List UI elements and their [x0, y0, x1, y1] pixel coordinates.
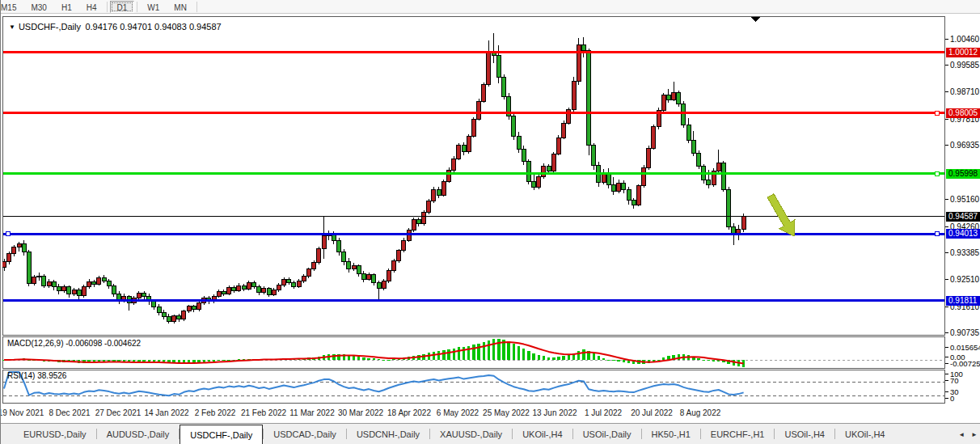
toolbar-separator: [137, 2, 137, 12]
date-label: 11 Mar 2022: [289, 408, 334, 417]
date-label: 8 Dec 2021: [49, 408, 90, 417]
timeframe-button-m15[interactable]: M15: [1, 1, 23, 13]
y-axis-tick: 0.98710: [945, 87, 979, 96]
rsi-indicator-pane[interactable]: [2, 370, 945, 404]
date-label: 21 Feb 2022: [241, 408, 286, 417]
timeframe-button-mn[interactable]: MN: [167, 1, 194, 13]
date-axis[interactable]: 19 Nov 20218 Dec 202127 Dec 202114 Jan 2…: [2, 404, 945, 423]
y-axis-tick: 0.90735: [945, 328, 979, 337]
date-label: 25 May 2022: [483, 408, 530, 417]
symbol-tab-bar: EURUSD-,DailyAUDUSD-,DailyUSDCHF-,DailyU…: [1, 423, 980, 444]
rsi-axis-tick: 0: [945, 394, 954, 402]
price-badge-0.95998: 0.95998: [946, 169, 980, 179]
chart-title: ▼USDCHF-,Daily 0.94176 0.94701 0.94083 0…: [9, 22, 222, 32]
date-label: 13 Jun 2022: [532, 408, 577, 417]
chart-tab-ukoil-h4[interactable]: UKOil-,H4: [513, 424, 572, 444]
chart-tab-hk50-h1[interactable]: HK50-,H1: [642, 424, 700, 444]
y-axis-tick: 0.96935: [945, 141, 979, 150]
chart-tab-usoil-daily[interactable]: USOil-,Daily: [573, 424, 641, 444]
hline-handle[interactable]: [935, 232, 939, 236]
hline-handle[interactable]: [935, 111, 939, 115]
toolbar-separator: [196, 2, 197, 12]
chart-tab-xauusd-daily[interactable]: XAUUSD-,Daily: [430, 424, 512, 444]
price-badge-0.94587: 0.94587: [946, 212, 980, 222]
tab-scroll-right-icon[interactable]: ►: [971, 431, 978, 438]
chart-title-ohlc: 0.94176 0.94701 0.94083 0.94587: [85, 22, 221, 32]
date-label: 27 Dec 2021: [95, 408, 142, 417]
y-axis-tick: 0.92510: [945, 275, 979, 284]
price-badge-0.94013: 0.94013: [946, 229, 980, 239]
y-axis-tick: 0.99585: [945, 61, 979, 70]
date-label: 14 Jan 2022: [144, 408, 188, 417]
date-label: 30 Mar 2022: [338, 408, 383, 417]
chart-tab-eurchf-h1[interactable]: EURCHF-,H1: [701, 424, 775, 444]
date-label: 8 Aug 2022: [680, 408, 721, 417]
tab-scroll-left-icon[interactable]: ◄: [958, 431, 965, 438]
date-label: 2 Feb 2022: [195, 408, 236, 417]
hline-handle[interactable]: [6, 232, 10, 236]
chart-tab-eurusd-daily[interactable]: EURUSD-,Daily: [14, 424, 96, 444]
timeframe-button-h4[interactable]: H4: [79, 1, 104, 13]
toolbar-separator: [107, 2, 108, 12]
timeframe-button-h1[interactable]: H1: [54, 1, 79, 13]
y-axis-tick: 0.95160: [945, 195, 979, 204]
macd-axis-tick: -0.007259: [945, 359, 980, 367]
chart-menu-triangle-icon[interactable]: ▼: [9, 23, 15, 31]
timeframe-button-d1[interactable]: D1: [110, 1, 135, 13]
chart-tab-usoil-h4[interactable]: USOil-,H4: [775, 424, 834, 444]
timeframe-button-w1[interactable]: W1: [140, 1, 167, 13]
date-label: 1 Jul 2022: [585, 408, 622, 417]
macd-indicator-pane[interactable]: [2, 336, 945, 369]
chart-tab-usdchf-daily[interactable]: USDCHF-,Daily: [180, 425, 263, 444]
y-axis-tick: 0.93385: [945, 248, 979, 257]
macd-label: MACD(12,26,9) -0.006098 -0.004622: [7, 339, 141, 348]
date-label: 20 Jul 2022: [631, 408, 673, 417]
rsi-label: RSI(14) 38.9526: [7, 371, 66, 380]
rsi-axis-tick: 70: [945, 376, 959, 384]
mt4-chart-window: M15M30H1H4D1W1MN ▼USDCHF-,Daily 0.94176 …: [0, 0, 980, 444]
chart-tab-usdcad-daily[interactable]: USDCAD-,Daily: [264, 424, 346, 444]
price-chart-pane[interactable]: [2, 16, 945, 336]
timeframe-button-m30[interactable]: M30: [23, 1, 53, 13]
chart-title-symbol: USDCHF-,Daily: [19, 22, 81, 32]
price-badge-0.98005: 0.98005: [946, 108, 980, 118]
timeframe-toolbar: M15M30H1H4D1W1MN: [1, 0, 980, 14]
price-axis[interactable]: 1.004600.995850.987100.978100.969350.951…: [945, 14, 980, 404]
y-axis-tick: 1.00460: [945, 35, 979, 44]
date-label: 19 Nov 2021: [0, 408, 44, 417]
macd-axis-tick: 0.015654: [945, 343, 980, 351]
price-badge-0.91811: 0.91811: [946, 296, 980, 306]
chart-tab-ukoil-h4[interactable]: UKOil-,H4: [835, 424, 895, 444]
date-label: 18 Apr 2022: [387, 408, 431, 417]
chart-tab-audusd-daily[interactable]: AUDUSD-,Daily: [97, 424, 180, 444]
chart-tab-usdcnh-daily[interactable]: USDCNH-,Daily: [347, 424, 429, 444]
hline-handle[interactable]: [935, 171, 939, 175]
date-label: 6 May 2022: [437, 408, 479, 417]
price-badge-1.00012: 1.00012: [946, 48, 980, 57]
